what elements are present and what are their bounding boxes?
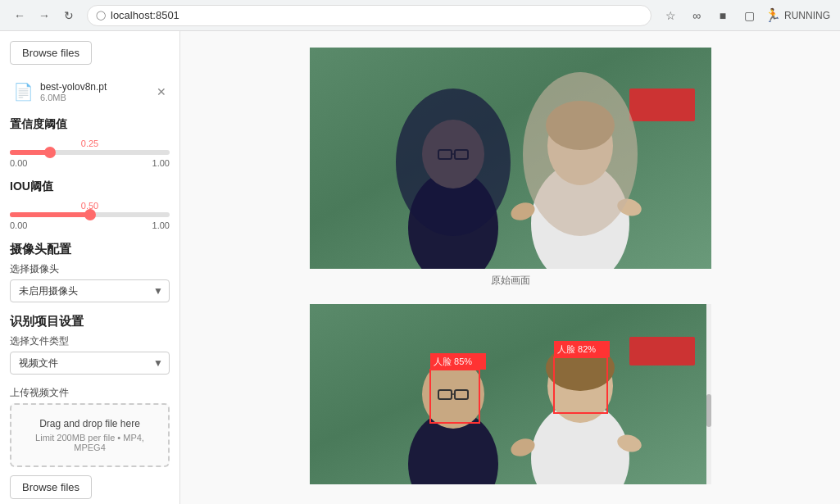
camera-title: 摄像头配置 (10, 242, 170, 257)
confidence-label: 置信度阈值 (10, 117, 170, 132)
svg-point-2 (422, 120, 484, 188)
forward-button[interactable]: → (34, 6, 54, 25)
nav-buttons: ← → ↻ (10, 6, 79, 25)
url-text: localhost:8501 (111, 9, 179, 21)
camera-select-label: 选择摄像头 (10, 262, 170, 276)
sidebar: Browse files 📄 best-yolov8n.pt 6.0MB ✕ 置… (0, 31, 180, 504)
app-container: Browse files 📄 best-yolov8n.pt 6.0MB ✕ 置… (0, 31, 840, 504)
scrollbar-track (706, 304, 711, 484)
reload-button[interactable]: ↻ (59, 6, 79, 25)
svg-point-7 (547, 107, 613, 185)
back-button[interactable]: ← (10, 6, 30, 25)
svg-rect-21 (629, 337, 695, 366)
svg-text:人脸  85%: 人脸 85% (434, 356, 472, 366)
confidence-slider-container: 置信度阈值 0.25 0.00 1.00 (10, 117, 170, 168)
file-type-label: 选择文件类型 (10, 334, 170, 348)
svg-rect-9 (629, 89, 695, 121)
iou-range-labels: 0.00 1.00 (10, 220, 170, 230)
browse-files-button-top[interactable]: Browse files (10, 41, 92, 65)
svg-text:人脸  82%: 人脸 82% (557, 344, 596, 354)
model-file-name: best-yolov8n.pt (40, 81, 150, 93)
camera-section: 摄像头配置 选择摄像头 未启用摄像头 ▼ (10, 242, 170, 302)
detected-photo-svg: 人脸 85% 人脸 82% (310, 304, 711, 484)
iou-slider-track[interactable] (10, 212, 170, 217)
address-bar[interactable]: ◯ localhost:8501 (87, 5, 652, 26)
star-button[interactable]: ☆ (660, 5, 681, 26)
running-icon: 🏃 (765, 7, 781, 23)
browser-actions: ☆ ∞ ■ ▢ 🏃 RUNNING (660, 5, 830, 26)
upload-zone-title: Drag and drop file here (21, 418, 158, 429)
original-photo-svg (310, 48, 711, 269)
svg-rect-12 (310, 304, 711, 484)
upload-label: 上传视频文件 (10, 386, 170, 400)
iou-slider-thumb[interactable] (84, 209, 96, 220)
svg-point-6 (531, 162, 629, 269)
svg-rect-4 (455, 150, 468, 159)
model-file-remove[interactable]: ✕ (157, 85, 166, 98)
browse-files-label-top: Browse files (22, 47, 79, 59)
original-photo (310, 48, 711, 269)
svg-point-8 (546, 101, 615, 150)
confidence-min: 0.00 (10, 158, 27, 168)
svg-rect-3 (438, 150, 452, 159)
svg-rect-0 (310, 48, 711, 269)
file-type-select[interactable]: 视频文件 (10, 352, 170, 375)
svg-point-1 (408, 170, 498, 269)
iou-label: IOU阈值 (10, 179, 170, 194)
extensions-button[interactable]: ■ (712, 5, 733, 26)
svg-point-11 (615, 196, 642, 218)
model-file-info: best-yolov8n.pt 6.0MB (40, 81, 150, 102)
iou-max: 1.00 (152, 220, 170, 230)
detected-photo: 人脸 85% 人脸 82% (310, 304, 711, 484)
upload-zone[interactable]: Drag and drop file here Limit 200MB per … (10, 403, 170, 467)
recognition-section: 识别项目设置 选择文件类型 视频文件 ▼ 上传视频文件 Drag and dro… (10, 314, 170, 504)
original-caption: 原始画面 (491, 274, 530, 288)
iou-slider-fill (10, 212, 90, 217)
camera-select[interactable]: 未启用摄像头 (10, 279, 170, 302)
model-file-size: 6.0MB (40, 93, 150, 102)
detected-image-section: 人脸 85% 人脸 82% (197, 304, 824, 484)
browse-files-button-video[interactable]: Browse files (10, 475, 92, 499)
iou-min: 0.00 (10, 220, 27, 230)
model-file-icon: 📄 (13, 82, 34, 102)
iou-slider-container: IOU阈值 0.50 0.00 1.00 (10, 179, 170, 230)
confidence-value: 0.25 (10, 138, 170, 148)
confidence-slider-thumb[interactable] (44, 147, 56, 158)
recognition-title: 识别项目设置 (10, 314, 170, 329)
confidence-slider-track[interactable] (10, 150, 170, 155)
infinity-button[interactable]: ∞ (686, 5, 707, 26)
browser-chrome: ← → ↻ ◯ localhost:8501 ☆ ∞ ■ ▢ 🏃 RUNNING (0, 0, 840, 31)
main-content: 原始画面 (180, 31, 840, 504)
original-image-section: 原始画面 (197, 48, 824, 288)
svg-point-10 (508, 199, 537, 223)
scrollbar-thumb[interactable] (706, 394, 711, 427)
file-type-select-wrapper: 视频文件 ▼ (10, 352, 170, 375)
running-indicator: 🏃 RUNNING (765, 7, 830, 23)
confidence-max: 1.00 (152, 158, 170, 168)
model-file-item: 📄 best-yolov8n.pt 6.0MB ✕ (10, 76, 170, 107)
camera-select-wrapper: 未启用摄像头 ▼ (10, 279, 170, 302)
upload-zone-hint: Limit 200MB per file • MP4, MPEG4 (21, 433, 158, 452)
browse-files-label-video: Browse files (22, 481, 79, 493)
confidence-range-labels: 0.00 1.00 (10, 158, 170, 168)
lock-icon: ◯ (96, 10, 106, 20)
profile-button[interactable]: ▢ (738, 5, 760, 26)
running-label: RUNNING (784, 10, 830, 21)
